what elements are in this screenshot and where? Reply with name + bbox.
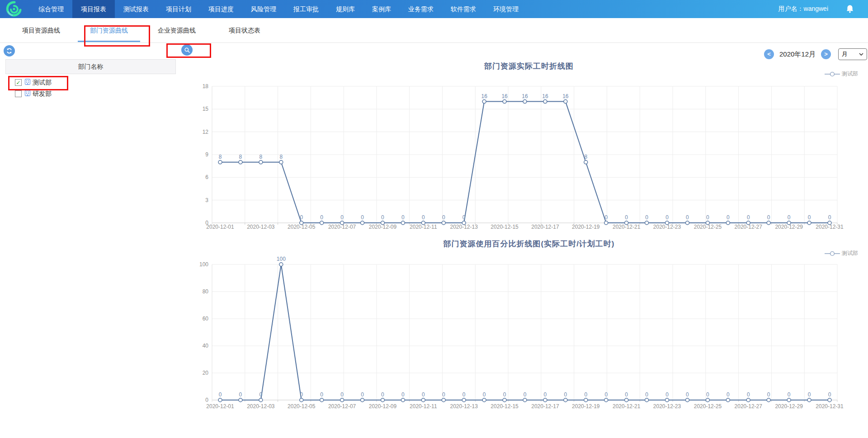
data-point[interactable] bbox=[401, 398, 405, 402]
data-point[interactable] bbox=[665, 221, 669, 225]
line-chart-canvas[interactable]: 0204060801002020-12-012020-12-032020-12-… bbox=[199, 254, 859, 415]
data-point[interactable] bbox=[543, 100, 547, 104]
menu-item-规则库[interactable]: 规则库 bbox=[327, 0, 363, 18]
data-point[interactable] bbox=[320, 398, 324, 402]
menu-item-综合管理[interactable]: 综合管理 bbox=[30, 0, 72, 18]
menu-item-案例库[interactable]: 案例库 bbox=[363, 0, 400, 18]
data-point[interactable] bbox=[828, 221, 831, 225]
data-point[interactable] bbox=[421, 398, 425, 402]
tab-部门资源曲线[interactable]: 部门资源曲线 bbox=[75, 18, 143, 42]
menu-item-风险管理[interactable]: 风险管理 bbox=[242, 0, 285, 18]
data-point[interactable] bbox=[625, 398, 628, 402]
data-point[interactable] bbox=[726, 398, 730, 402]
data-point[interactable] bbox=[259, 160, 263, 164]
data-point[interactable] bbox=[462, 221, 466, 225]
data-point[interactable] bbox=[300, 221, 303, 225]
data-point[interactable] bbox=[645, 221, 649, 225]
department-item-测试部[interactable]: ✓测试部 bbox=[5, 77, 176, 88]
data-label: 0 bbox=[401, 214, 405, 221]
next-month-button[interactable]: > bbox=[821, 49, 831, 59]
menu-item-报工审批[interactable]: 报工审批 bbox=[285, 0, 327, 18]
data-point[interactable] bbox=[381, 221, 384, 225]
search-button[interactable] bbox=[181, 44, 193, 56]
data-point[interactable] bbox=[706, 398, 709, 402]
data-point[interactable] bbox=[584, 398, 588, 402]
data-point[interactable] bbox=[259, 398, 263, 402]
data-point[interactable] bbox=[706, 221, 709, 225]
data-point[interactable] bbox=[787, 221, 791, 225]
data-point[interactable] bbox=[239, 398, 242, 402]
tab-项目状态表[interactable]: 项目状态表 bbox=[211, 18, 278, 42]
prev-month-button[interactable]: < bbox=[764, 49, 774, 59]
data-point[interactable] bbox=[746, 221, 750, 225]
data-point[interactable] bbox=[564, 100, 567, 104]
data-point[interactable] bbox=[361, 221, 364, 225]
data-point[interactable] bbox=[503, 398, 506, 402]
data-point[interactable] bbox=[604, 221, 608, 225]
app-logo-icon[interactable] bbox=[5, 0, 23, 18]
data-label: 0 bbox=[401, 391, 405, 398]
data-point[interactable] bbox=[746, 398, 750, 402]
data-point[interactable] bbox=[828, 398, 831, 402]
checkbox-unchecked[interactable] bbox=[15, 90, 22, 97]
data-point[interactable] bbox=[665, 398, 669, 402]
data-point[interactable] bbox=[685, 221, 689, 225]
data-point[interactable] bbox=[361, 398, 364, 402]
data-point[interactable] bbox=[523, 100, 527, 104]
data-point[interactable] bbox=[279, 160, 283, 164]
data-point[interactable] bbox=[279, 263, 283, 266]
data-point[interactable] bbox=[421, 221, 425, 225]
menu-item-业务需求[interactable]: 业务需求 bbox=[400, 0, 442, 18]
data-label: 0 bbox=[381, 391, 384, 398]
data-point[interactable] bbox=[604, 398, 608, 402]
data-label: 0 bbox=[625, 391, 628, 398]
data-label: 16 bbox=[542, 93, 548, 99]
tab-企业资源曲线[interactable]: 企业资源曲线 bbox=[143, 18, 211, 42]
data-label: 8 bbox=[259, 154, 263, 160]
data-point[interactable] bbox=[523, 398, 527, 402]
menu-item-软件需求[interactable]: 软件需求 bbox=[442, 0, 485, 18]
data-point[interactable] bbox=[564, 398, 567, 402]
menu-item-环境管理[interactable]: 环境管理 bbox=[485, 0, 527, 18]
data-point[interactable] bbox=[584, 160, 588, 164]
data-point[interactable] bbox=[625, 221, 628, 225]
data-point[interactable] bbox=[767, 221, 770, 225]
data-point[interactable] bbox=[218, 398, 222, 402]
data-point[interactable] bbox=[787, 398, 791, 402]
data-point[interactable] bbox=[442, 398, 445, 402]
data-point[interactable] bbox=[340, 398, 344, 402]
line-chart-canvas[interactable]: 03691215182020-12-012020-12-032020-12-05… bbox=[199, 72, 859, 236]
data-point[interactable] bbox=[543, 398, 547, 402]
data-point[interactable] bbox=[482, 398, 486, 402]
data-point[interactable] bbox=[462, 398, 466, 402]
menu-item-项目报表[interactable]: 项目报表 bbox=[72, 0, 115, 18]
menu-item-测试报表[interactable]: 测试报表 bbox=[115, 0, 157, 18]
department-item-研发部[interactable]: 研发部 bbox=[5, 88, 176, 99]
data-point[interactable] bbox=[482, 100, 486, 104]
data-point[interactable] bbox=[807, 398, 811, 402]
data-point[interactable] bbox=[645, 398, 649, 402]
notifications-bell-icon[interactable] bbox=[845, 5, 854, 14]
menu-item-项目计划[interactable]: 项目计划 bbox=[157, 0, 200, 18]
data-point[interactable] bbox=[340, 221, 344, 225]
data-point[interactable] bbox=[381, 398, 384, 402]
data-point[interactable] bbox=[320, 221, 324, 225]
data-label: 0 bbox=[300, 214, 303, 221]
data-point[interactable] bbox=[239, 160, 242, 164]
data-point[interactable] bbox=[503, 100, 506, 104]
data-point[interactable] bbox=[767, 398, 770, 402]
data-point[interactable] bbox=[442, 221, 445, 225]
data-point[interactable] bbox=[685, 398, 689, 402]
period-select[interactable]: 月 bbox=[838, 48, 867, 60]
data-point[interactable] bbox=[807, 221, 811, 225]
data-point[interactable] bbox=[300, 398, 303, 402]
data-point[interactable] bbox=[726, 221, 730, 225]
tab-项目资源曲线[interactable]: 项目资源曲线 bbox=[7, 18, 75, 42]
data-label: 0 bbox=[726, 214, 730, 221]
data-point[interactable] bbox=[401, 221, 405, 225]
checkbox-checked[interactable]: ✓ bbox=[15, 79, 22, 86]
menu-item-项目进度[interactable]: 项目进度 bbox=[200, 0, 242, 18]
refresh-button[interactable] bbox=[4, 45, 15, 57]
data-label: 0 bbox=[808, 391, 811, 398]
data-point[interactable] bbox=[218, 160, 222, 164]
